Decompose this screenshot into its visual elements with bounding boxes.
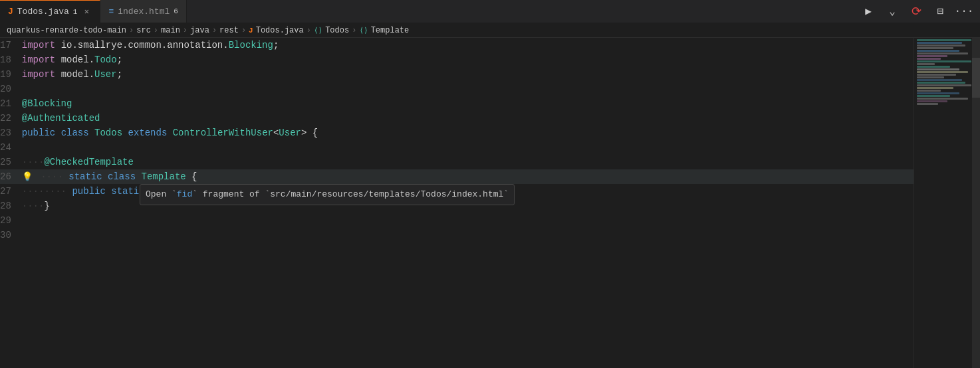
run-dropdown-button[interactable]: ⌄ — [883, 2, 902, 21]
code-line-30: 30 — [0, 228, 914, 242]
html-icon: ≡ — [108, 7, 114, 17]
tab-todos-java-dirty: 1 — [73, 8, 78, 16]
breadcrumb-class-icon-1: ⟨⟩ — [314, 26, 322, 35]
more-actions-button[interactable]: ··· — [955, 2, 973, 21]
minimap-content — [914, 38, 980, 107]
tabs-container: J Todos.java 1 ✕ ≡ index.html 6 — [0, 0, 187, 23]
breadcrumb-java[interactable]: java — [190, 26, 209, 35]
editor-area: 17 import io.smallrye.common.annotation.… — [0, 38, 980, 368]
breadcrumb-class-template[interactable]: ⟨⟩ Template — [359, 26, 409, 35]
run-dropdown-icon: ⌄ — [889, 5, 896, 18]
code-line-24: 24 — [0, 140, 914, 155]
breadcrumb: quarkus-renarde-todo-main › src › main ›… — [0, 23, 980, 38]
code-line-25: 25 ····@CheckedTemplate — [0, 155, 914, 169]
code-line-22: 22 @Authenticated — [0, 111, 914, 126]
breadcrumb-src[interactable]: src — [136, 26, 151, 35]
minimap — [914, 38, 980, 368]
more-icon: ··· — [955, 5, 974, 17]
tab-index-html-label: index.html — [118, 7, 170, 17]
tab-todos-java-close[interactable]: ✕ — [81, 7, 92, 17]
code-line-26: 26 💡 ···· static class Template { Open `… — [0, 169, 914, 184]
breadcrumb-class-todos[interactable]: ⟨⟩ Todos — [314, 26, 349, 35]
breadcrumb-file[interactable]: J Todos.java — [249, 26, 304, 35]
reload-icon: ⟳ — [912, 4, 921, 19]
breadcrumb-rest[interactable]: rest — [219, 26, 239, 35]
code-line-29: 29 — [0, 213, 914, 228]
lightbulb-icon: 💡 — [22, 172, 33, 182]
minimap-scrollbar[interactable] — [972, 38, 980, 368]
breadcrumb-main[interactable]: main — [161, 26, 180, 35]
tab-todos-java[interactable]: J Todos.java 1 ✕ — [0, 0, 100, 23]
tab-bar: J Todos.java 1 ✕ ≡ index.html 6 ▶ ⌄ ⟳ ⊟ … — [0, 0, 980, 23]
reload-button[interactable]: ⟳ — [907, 2, 925, 21]
code-line-18: 18 import model.Todo; — [0, 52, 914, 67]
breadcrumb-project[interactable]: quarkus-renarde-todo-main — [7, 26, 126, 35]
run-button[interactable]: ▶ — [859, 2, 878, 21]
code-line-17: 17 import io.smallrye.common.annotation.… — [0, 38, 914, 52]
java-icon: J — [8, 7, 13, 17]
code-line-23: 23 public class Todos extends Controller… — [0, 126, 914, 140]
minimap-viewport — [972, 58, 980, 98]
run-icon: ▶ — [865, 5, 872, 18]
toolbar-right: ▶ ⌄ ⟳ ⊟ ··· — [859, 2, 980, 21]
code-tooltip: Open `fid` fragment of `src/main/resourc… — [140, 184, 515, 205]
breadcrumb-class-icon-2: ⟨⟩ — [359, 26, 368, 35]
breadcrumb-java-icon: J — [249, 27, 253, 35]
split-editor-button[interactable]: ⊟ — [931, 2, 949, 21]
code-line-20: 20 — [0, 82, 914, 96]
split-icon: ⊟ — [937, 5, 943, 18]
code-line-21: 21 @Blocking — [0, 96, 914, 111]
tab-todos-java-label: Todos.java — [17, 7, 69, 17]
tab-index-html-dirty: 6 — [174, 7, 178, 15]
code-line-19: 19 import model.User; — [0, 67, 914, 82]
breadcrumb-template-label: Template — [371, 26, 410, 35]
tab-index-html[interactable]: ≡ index.html 6 — [100, 0, 186, 23]
